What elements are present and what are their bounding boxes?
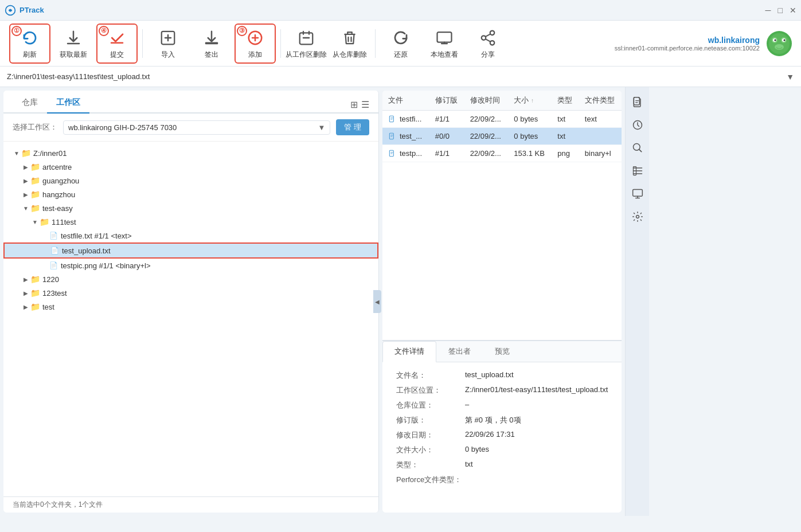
workspace-dropdown-arrow: ▼ xyxy=(318,123,326,132)
tree-item-111test[interactable]: ▼ 📁 111test xyxy=(3,215,378,229)
cell-type: txt xyxy=(552,111,579,128)
detail-row: 类型： txt xyxy=(396,460,608,470)
cell-size: 153.1 KB xyxy=(508,145,552,162)
tree-arrow-test-easy: ▼ xyxy=(22,205,30,212)
close-button[interactable]: ✕ xyxy=(790,6,796,15)
detail-value: 0 bytes xyxy=(465,445,489,455)
local-view-button[interactable]: 本地查看 xyxy=(424,24,465,64)
tree-item-test-easy[interactable]: ▼ 📁 test-easy xyxy=(3,201,378,215)
fetch-label: 获取最新 xyxy=(60,50,87,60)
detail-tab-fileinfo[interactable]: 文件详情 xyxy=(382,341,436,362)
detail-panel: 文件详情 签出者 预览 文件名： test_upload.txt 工作区位置： … xyxy=(382,341,622,513)
share-button[interactable]: 分享 xyxy=(467,24,509,64)
user-server: ssl:inner01-commit.perforce.nie.netease.… xyxy=(615,45,760,52)
tree-item-testpic-png[interactable]: 📄 testpic.png #1/1 <binary+l> xyxy=(3,259,378,272)
folder-icon-test-folder: 📁 xyxy=(30,302,40,312)
remove-workspace-button[interactable]: 从工作区删除 xyxy=(286,24,327,64)
tree-item-z-root[interactable]: ▼ 📁 Z:/inner01 xyxy=(3,146,378,160)
remove-repo-icon xyxy=(339,27,361,49)
detail-tab-checkout[interactable]: 签出者 xyxy=(436,341,483,362)
remove-workspace-icon xyxy=(295,27,317,49)
workspace-selector[interactable]: wb.linkairong GIH-D-25745 7030 ▼ xyxy=(63,120,330,135)
add-button[interactable]: ③ 添加 xyxy=(235,24,276,64)
detail-value: 第 #0 项，共 0项 xyxy=(465,415,521,425)
folder-icon-123test: 📁 xyxy=(30,288,40,298)
tree-item-testfile-txt[interactable]: 📄 testfile.txt #1/1 <text> xyxy=(3,229,378,242)
table-row[interactable]: test_... #0/0 22/09/2... 0 bytes txt xyxy=(382,128,622,145)
refresh-button[interactable]: ① 刷新 xyxy=(9,24,50,64)
minimize-button[interactable]: ─ xyxy=(765,6,771,15)
detail-value: 22/09/26 17:31 xyxy=(465,430,515,440)
tree-item-123test[interactable]: ▶ 📁 123test xyxy=(3,286,378,300)
svg-point-25 xyxy=(636,216,639,218)
sidebar-monitor-button[interactable] xyxy=(627,183,648,204)
sidebar-search-button[interactable] xyxy=(627,138,648,158)
detail-row: 工作区位置： Z:/inner01/test-easy/111test/test… xyxy=(396,385,608,396)
fetch-button[interactable]: 获取最新 xyxy=(53,24,94,64)
table-row[interactable]: testfi... #1/1 22/09/2... 0 bytes txt te… xyxy=(382,111,622,128)
tree-label-testfile-txt: testfile.txt #1/1 <text> xyxy=(61,232,132,240)
tab-list-icon[interactable]: ☰ xyxy=(361,99,369,110)
table-row[interactable]: testp... #1/1 22/09/2... 153.1 KB png bi… xyxy=(382,145,622,162)
app-logo: PTrack xyxy=(5,5,44,16)
file-table: 文件 修订版 修改时间 大小 ↑ xyxy=(382,91,622,341)
submit-badge: ④ xyxy=(99,26,109,36)
revert-button[interactable]: 还原 xyxy=(380,24,421,64)
tab-repo[interactable]: 仓库 xyxy=(13,93,47,114)
remove-workspace-label: 从工作区删除 xyxy=(286,50,327,60)
path-text: Z:\inner01\test-easy\111test\test_upload… xyxy=(7,72,782,81)
sidebar-document-button[interactable] xyxy=(627,92,648,112)
submit-label: 提交 xyxy=(110,50,124,60)
sidebar-history-button[interactable] xyxy=(627,115,648,135)
maximize-button[interactable]: □ xyxy=(778,6,783,15)
tree-arrow-111test: ▼ xyxy=(31,219,39,225)
detail-value: txt xyxy=(465,460,473,470)
col-modified: 修改时间 xyxy=(464,91,509,111)
tree-label-testpic-png: testpic.png #1/1 <binary+l> xyxy=(61,261,150,270)
main-area: 仓库 工作区 ⊞ ☰ 选择工作区： wb.linkairong GIH-D-25… xyxy=(0,87,649,516)
manage-button[interactable]: 管 理 xyxy=(336,119,369,135)
detail-tabs: 文件详情 签出者 预览 xyxy=(382,341,622,362)
cell-size: 0 bytes xyxy=(508,111,552,128)
remove-repo-button[interactable]: 从仓库删除 xyxy=(329,24,370,64)
tab-grid-icon[interactable]: ⊞ xyxy=(350,99,358,110)
detail-value: – xyxy=(465,400,469,410)
tab-workspace[interactable]: 工作区 xyxy=(47,93,89,114)
svg-point-9 xyxy=(769,33,790,54)
detail-key: 文件大小： xyxy=(396,445,465,455)
tree-item-artcentre[interactable]: ▶ 📁 artcentre xyxy=(3,160,378,174)
import-button[interactable]: 导入 xyxy=(147,24,189,64)
tree-arrow-guangzhou: ▶ xyxy=(22,178,30,184)
checkout-button[interactable]: 签出 xyxy=(191,24,232,64)
detail-key: 类型： xyxy=(396,460,465,470)
cell-modified: 22/09/2... xyxy=(464,111,509,128)
tree-item-1220[interactable]: ▶ 📁 1220 xyxy=(3,272,378,286)
path-dropdown-icon[interactable]: ▼ xyxy=(786,72,794,81)
size-sort-arrow: ↑ xyxy=(531,97,534,104)
detail-tab-preview[interactable]: 预览 xyxy=(483,341,522,362)
tree-label-123test: 123test xyxy=(42,289,67,298)
col-filetype: 文件类型 xyxy=(579,91,622,111)
pathbar: Z:\inner01\test-easy\111test\test_upload… xyxy=(0,66,801,87)
tree-item-test-folder[interactable]: ▶ 📁 test xyxy=(3,300,378,314)
detail-key: 文件名： xyxy=(396,370,465,381)
file-table-body: testfi... #1/1 22/09/2... 0 bytes txt te… xyxy=(382,111,622,162)
submit-button[interactable]: ④ 提交 xyxy=(96,24,138,64)
left-edge-collapse-button[interactable]: ◀ xyxy=(373,290,381,313)
revert-label: 还原 xyxy=(394,50,408,60)
tree-label-guangzhou: guangzhou xyxy=(42,177,79,185)
titlebar: PTrack ─ □ ✕ xyxy=(0,0,801,21)
tree-item-guangzhou[interactable]: ▶ 📁 guangzhou xyxy=(3,174,378,187)
svg-rect-20 xyxy=(634,97,639,105)
tree-item-test-upload-txt[interactable]: 📄 test_upload.txt ② xyxy=(3,242,378,259)
detail-value: Z:/inner01/test-easy/111test/test_upload… xyxy=(465,385,608,396)
detail-row: 仓库位置： – xyxy=(396,400,608,410)
sidebar-repo-button[interactable] xyxy=(627,161,648,181)
files-table: 文件 修订版 修改时间 大小 ↑ xyxy=(382,91,622,162)
tree-item-hangzhou[interactable]: ▶ 📁 hangzhou xyxy=(3,187,378,201)
username: wb.linkairong xyxy=(615,36,760,45)
toolbar-sep-2 xyxy=(280,29,281,58)
col-size[interactable]: 大小 ↑ xyxy=(508,91,552,111)
sidebar-settings-button[interactable] xyxy=(627,206,648,227)
cell-modified: 22/09/2... xyxy=(464,145,509,162)
